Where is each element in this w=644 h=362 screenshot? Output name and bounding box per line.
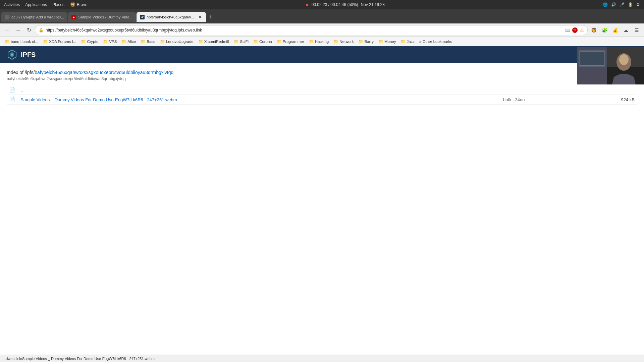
bookmark-barry[interactable]: 📁 Barry <box>356 39 375 45</box>
sync-btn[interactable]: ☁ <box>621 25 631 35</box>
folder-icon: 📁 <box>198 39 203 44</box>
bookmark-corona-label: Corona <box>259 40 272 44</box>
folder-icon: 📁 <box>234 39 239 44</box>
reader-mode-icon[interactable]: 📖 <box>565 28 570 33</box>
folder-icon: 📁 <box>400 39 406 44</box>
file-link-0[interactable]: Sample Videos _ Dummy Videos For Demo Us… <box>20 97 177 102</box>
volume-icon[interactable]: 🔊 <box>611 2 616 7</box>
bookmark-jazz[interactable]: 📁 Jazz <box>398 39 417 45</box>
applications-btn[interactable]: Applications <box>25 2 47 7</box>
file-icon-parent: 📄 <box>9 87 15 93</box>
tab-2-label: Sample Videos / Dummy Vide... <box>78 15 132 19</box>
bookmark-programmer-label: Programmer <box>283 40 304 44</box>
status-url: ...dweb.link/Sample Videos _ Dummy Video… <box>3 357 155 361</box>
bookmark-alice[interactable]: 📁 Alice <box>119 39 138 45</box>
file-icon-0: 📄 <box>9 97 15 102</box>
bookmark-jazz-label: Jazz <box>407 40 415 44</box>
tab-3-label: /ipfs/bafybeich46c6xqahw... <box>147 15 194 19</box>
parent-dir-label[interactable]: .. <box>20 87 23 93</box>
reload-button[interactable]: ↻ <box>24 25 34 35</box>
tab-2-favicon: ▶ <box>71 15 76 19</box>
ipfs-logo-text: IPFS <box>21 51 36 59</box>
places-btn[interactable]: Places <box>52 2 64 7</box>
folder-icon: 📁 <box>43 39 48 44</box>
folder-icon: 📁 <box>277 39 282 44</box>
settings-icon[interactable]: ⚙ <box>636 2 640 7</box>
recording-indicator: ⏺ <box>306 3 309 7</box>
bookmark-network[interactable]: 📁 Network <box>331 39 356 45</box>
tab-1-label: acul71/yt-ipfs: Add a wrapper... <box>11 15 64 19</box>
bookmark-programmer[interactable]: 📁 Programmer <box>275 39 306 45</box>
other-bookmarks-btn[interactable]: » Other bookmarks <box>417 39 454 44</box>
nav-action-icons: 🦁 🧩 💰 ☁ ☰ <box>589 25 641 35</box>
status-bar: ...dweb.link/Sample Videos _ Dummy Video… <box>0 355 644 362</box>
os-topbar: Activities Applications Places 🦁 Brave ⏺… <box>0 0 644 9</box>
index-prefix: Index of /ipfs/ <box>7 70 35 75</box>
ipfs-header: IPFS About IPFS Install IPFS <box>0 46 644 63</box>
address-bar[interactable]: 🔒 https://bafybeich46c6xqahwo2sxsgxouoxe… <box>35 25 588 35</box>
bookmark-network-label: Network <box>339 40 354 44</box>
bookmark-scifi[interactable]: 📁 SciFi <box>232 39 251 45</box>
brave-shield-btn[interactable]: 🦁 <box>589 25 598 35</box>
folder-icon: 📁 <box>160 39 165 44</box>
extensions-btn[interactable]: 🧩 <box>600 25 609 35</box>
bookmark-alice-label: Alice <box>127 40 136 44</box>
bookmark-crypto[interactable]: 📁 Crypto <box>79 39 100 45</box>
back-button[interactable]: ← <box>3 25 12 35</box>
folder-icon: 📁 <box>333 39 338 44</box>
svg-point-2 <box>11 54 13 56</box>
bookmark-xiaomi[interactable]: 📁 XiaomiRedmi9 <box>196 39 231 45</box>
folder-icon: 📁 <box>253 39 258 44</box>
bookmark-xda[interactable]: 📁 XDA Forums f... <box>41 39 78 45</box>
tab-3[interactable]: 🪐 /ipfs/bafybeich46c6xqahw... ✕ <box>137 12 206 22</box>
bookmark-lenovo-label: LenovoUpgrade <box>166 40 194 44</box>
lock-icon: 🔒 <box>39 28 44 33</box>
cid-link[interactable]: bafybeich46c6xqahwo2sxsgxouoxepr5tvd6uld… <box>35 70 173 75</box>
bookmark-bass[interactable]: 📁 Bass <box>139 39 157 45</box>
shield-icon[interactable]: 🛡 <box>572 27 578 33</box>
page-content: Index of /ipfs/bafybeich46c6xqahwo2sxsgx… <box>0 63 644 264</box>
forward-button[interactable]: → <box>13 25 23 35</box>
tab-2[interactable]: ▶ Sample Videos / Dummy Vide... <box>68 12 136 22</box>
activities-btn[interactable]: Activities <box>4 2 20 7</box>
bookmark-vps[interactable]: 📁 VPS <box>101 39 119 45</box>
folder-icon: 📁 <box>358 39 363 44</box>
bookmark-money[interactable]: 📁 Money <box>376 39 398 45</box>
nav-bar: ← → ↻ 🔒 https://bafybeich46c6xqahwo2sxsg… <box>0 23 644 37</box>
index-title: Index of /ipfs/bafybeich46c6xqahwo2sxsgx… <box>7 70 637 75</box>
file-hash-0: bafk...34uu <box>500 95 581 105</box>
brave-wallet-btn[interactable]: 💰 <box>610 25 620 35</box>
video-thumbnail <box>577 47 644 84</box>
bookmark-crypto-label: Crypto <box>87 40 98 44</box>
warning-icon: ⚠ <box>580 27 584 33</box>
tab-3-close-btn[interactable]: ✕ <box>197 14 203 20</box>
table-row-0: 📄 Sample Videos _ Dummy Videos For Demo … <box>7 95 637 105</box>
battery-icon: 🔋 <box>628 2 633 7</box>
bookmark-bunq[interactable]: 📁 bunq | bank of... <box>3 39 40 45</box>
bookmark-corona[interactable]: 📁 Corona <box>251 39 274 45</box>
bookmark-bunq-label: bunq | bank of... <box>11 40 38 44</box>
bookmark-hacking[interactable]: 📁 Hacking <box>307 39 331 45</box>
datetime: Nov 21 19:28 <box>361 2 384 7</box>
network-icon[interactable]: 🌐 <box>603 2 608 7</box>
new-tab-button[interactable]: + <box>207 14 214 20</box>
address-text: https://bafybeich46c6xqahwo2sxsgxouoxepr… <box>46 28 563 33</box>
file-list: 📄 .. 📄 Sample Videos _ Dummy Videos For … <box>7 85 637 105</box>
bookmark-vps-label: VPS <box>109 40 117 44</box>
bookmark-hacking-label: Hacking <box>315 40 329 44</box>
bookmark-barry-label: Barry <box>364 40 373 44</box>
menu-btn[interactable]: ☰ <box>632 25 641 35</box>
folder-icon: 📁 <box>103 39 108 44</box>
tab-1-favicon <box>5 15 9 19</box>
bookmark-lenovoupgrade[interactable]: 📁 LenovoUpgrade <box>158 39 196 45</box>
svg-rect-10 <box>580 52 604 65</box>
tab-bar: acul71/yt-ipfs: Add a wrapper... ▶ Sampl… <box>0 11 644 23</box>
svg-point-6 <box>619 54 629 65</box>
ipfs-logo-icon <box>7 49 17 60</box>
mic-icon[interactable]: 🎤 <box>620 2 625 7</box>
bookmark-money-label: Money <box>384 40 396 44</box>
tab-1[interactable]: acul71/yt-ipfs: Add a wrapper... <box>1 12 67 22</box>
folder-icon: 📁 <box>81 39 86 44</box>
bookmark-bass-label: Bass <box>147 40 155 44</box>
file-size-0: 924 kB <box>581 95 637 105</box>
